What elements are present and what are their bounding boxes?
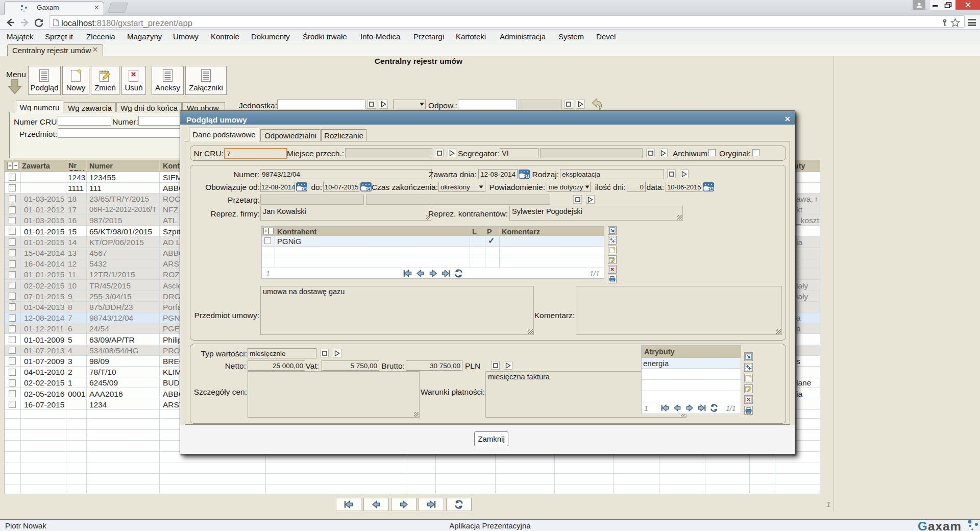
svg-text:14: 14 [708,187,713,191]
